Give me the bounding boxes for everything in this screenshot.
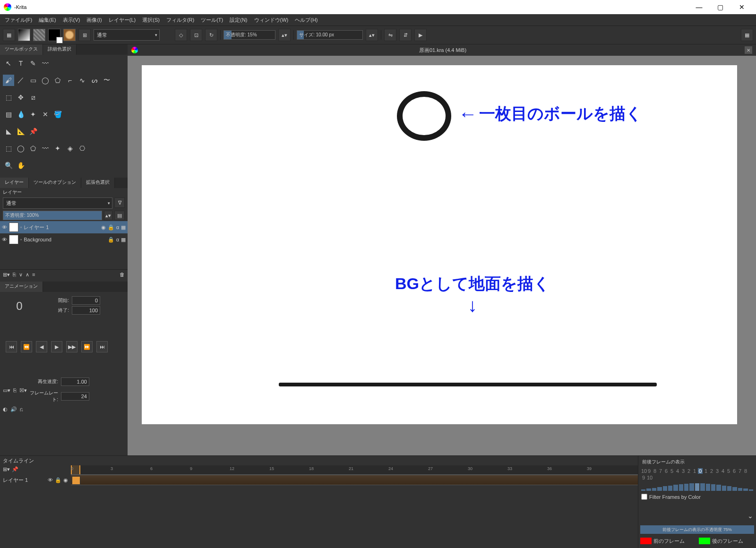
move-down-button[interactable]: ∨: [19, 272, 23, 278]
tool-options-tab[interactable]: ツールのオプション: [29, 178, 81, 188]
timeline-track[interactable]: レイヤー 1 👁 🔒 ◉: [0, 475, 638, 485]
track-onion-icon[interactable]: ◉: [63, 477, 68, 483]
onion-opacity-bars[interactable]: [640, 482, 754, 492]
layer-blend-dropdown[interactable]: 通常: [3, 197, 112, 209]
crop-tool[interactable]: ⧄: [27, 92, 39, 103]
workspace-button[interactable]: ▦: [741, 29, 753, 41]
canvas[interactable]: 一枚目のボールを描く BGとして地面を描く: [142, 65, 737, 424]
next-keyframe-button[interactable]: ⏩: [81, 341, 93, 352]
brush-settings-button[interactable]: ⊞: [78, 29, 91, 41]
select-similar-tool[interactable]: ◈: [64, 143, 76, 154]
start-frame-input[interactable]: [72, 296, 100, 305]
layers-tab[interactable]: レイヤー: [0, 178, 29, 188]
delete-frame-button[interactable]: ☒▾: [19, 387, 27, 394]
ellipse-tool[interactable]: ◯: [40, 75, 51, 86]
layer-inherit-icon[interactable]: ▦: [121, 224, 126, 231]
bezier-tool[interactable]: ∿: [77, 75, 88, 86]
select-bezier-tool[interactable]: ⎔: [77, 143, 88, 154]
onion-expand-button[interactable]: ⌄: [640, 511, 754, 521]
edit-shapes-tool[interactable]: ✎: [27, 58, 39, 69]
gradient-tool[interactable]: ▤: [3, 109, 14, 120]
move-layer-tool[interactable]: ✥: [15, 92, 26, 103]
visibility-icon[interactable]: 👁: [2, 237, 7, 242]
timeline-ruler[interactable]: 036912151821242730333639: [71, 465, 638, 475]
layer-alpha-lock-icon[interactable]: α: [116, 237, 119, 242]
mirror-h-button[interactable]: ⇋: [384, 29, 396, 41]
minimize-button[interactable]: —: [688, 0, 710, 14]
onion-frame-numbers[interactable]: 10987654321012345678910: [640, 466, 754, 482]
add-layer-button[interactable]: ⊞▾: [3, 272, 10, 278]
layer-props-button[interactable]: ▤: [114, 211, 125, 220]
animation-tab[interactable]: アニメーション: [0, 282, 43, 292]
opacity-stepper[interactable]: ▴▾: [278, 29, 291, 41]
onion-opacity-slider[interactable]: 前後フレームの表示の不透明度 75%: [640, 525, 754, 534]
menu-window[interactable]: ウィンドウ(W): [251, 16, 292, 25]
dup-frame-button[interactable]: ⎘: [13, 387, 17, 393]
measure-tool[interactable]: 📐: [15, 126, 26, 137]
polyline-tool[interactable]: ⌐: [64, 75, 76, 86]
new-doc-button[interactable]: ▦: [3, 29, 15, 41]
maximize-button[interactable]: ▢: [710, 0, 731, 14]
menu-layer[interactable]: レイヤー(L): [106, 16, 138, 25]
track-lock-icon[interactable]: 🔒: [55, 477, 61, 483]
select-contiguous-tool[interactable]: ✦: [52, 143, 63, 154]
fg-bg-color-swatch[interactable]: [48, 29, 60, 41]
size-stepper[interactable]: ▴▾: [366, 29, 378, 41]
timeline-tab[interactable]: タイムライン: [3, 457, 34, 464]
blend-mode-dropdown[interactable]: 通常: [94, 29, 160, 41]
menu-help[interactable]: ヘルプ(H): [292, 16, 320, 25]
end-frame-input[interactable]: [72, 306, 100, 315]
select-ellipse-tool[interactable]: ◯: [15, 143, 26, 154]
layer-lock-icon[interactable]: 🔒: [108, 237, 114, 243]
select-polygon-tool[interactable]: ⬠: [27, 143, 39, 154]
menu-file[interactable]: ファイル(F): [2, 16, 35, 25]
prev-frame-color[interactable]: 前のフレーム: [640, 537, 696, 545]
smart-patch-tool[interactable]: ✕: [40, 109, 51, 120]
reload-button[interactable]: ↻: [205, 29, 217, 41]
canvas-viewport[interactable]: 一枚目のボールを描く BGとして地面を描く: [128, 56, 756, 455]
color-picker-tool[interactable]: 💧: [15, 109, 26, 120]
layer-row-1[interactable]: 👁 ▫ レイヤー 1 ◉ 🔒 α ▦: [0, 221, 128, 233]
next-frame-button[interactable]: ▶▶: [66, 341, 77, 352]
wrap-button[interactable]: ▶: [414, 29, 427, 41]
brush-preset-icon[interactable]: [63, 29, 76, 41]
first-frame-button[interactable]: ⏮: [6, 341, 17, 352]
assistant-tool[interactable]: ◣: [3, 126, 14, 137]
delete-layer-button[interactable]: 🗑: [120, 272, 125, 278]
close-button[interactable]: ✕: [731, 0, 752, 14]
layer-settings-button[interactable]: ≡: [32, 272, 35, 278]
layer-opacity-slider[interactable]: 不透明度: 100%: [3, 211, 102, 220]
layer-name[interactable]: Background: [24, 237, 52, 242]
prev-frame-button[interactable]: ◀: [36, 341, 47, 352]
audio-button[interactable]: 🔊: [10, 406, 17, 412]
gradient-swatch[interactable]: [18, 29, 30, 41]
timeline-pin-button[interactable]: 📌: [12, 466, 18, 474]
alpha-lock-button[interactable]: ⊡: [190, 29, 202, 41]
pattern-edit-tool[interactable]: ✦: [27, 109, 39, 120]
pattern-swatch[interactable]: [33, 29, 45, 41]
menu-settings[interactable]: 設定(N): [227, 16, 250, 25]
eraser-button[interactable]: ◇: [175, 29, 187, 41]
calligraphy-tool[interactable]: 〰: [40, 58, 51, 69]
layer-onion-icon[interactable]: ◉: [101, 224, 106, 231]
move-tool[interactable]: ↖: [3, 58, 14, 69]
text-tool[interactable]: T: [15, 58, 26, 69]
frames-strip[interactable]: [71, 475, 638, 485]
select-freehand-tool[interactable]: 〰: [40, 143, 51, 154]
select-rect-tool[interactable]: ⬚: [3, 143, 14, 154]
keyframe-0[interactable]: [72, 476, 80, 485]
filter-frames-checkbox[interactable]: [641, 494, 647, 500]
last-frame-button[interactable]: ⏭: [96, 341, 108, 352]
pan-tool[interactable]: ✋: [15, 160, 26, 171]
onion-button[interactable]: ◐: [3, 406, 8, 412]
reference-tool[interactable]: 📌: [27, 126, 39, 137]
menu-view[interactable]: 表示(V): [60, 16, 83, 25]
transform-tool[interactable]: ⬚: [3, 92, 14, 103]
next-frame-color[interactable]: 後のフレーム: [699, 537, 755, 545]
layer-filter-button[interactable]: ∇: [114, 197, 125, 208]
track-visibility-icon[interactable]: 👁: [48, 477, 53, 483]
menu-select[interactable]: 選択(S): [139, 16, 163, 25]
ext-color-tab[interactable]: 拡張色選択: [81, 178, 115, 188]
line-tool[interactable]: ／: [15, 75, 26, 86]
layer-opacity-stepper[interactable]: ▴▾: [104, 211, 112, 220]
